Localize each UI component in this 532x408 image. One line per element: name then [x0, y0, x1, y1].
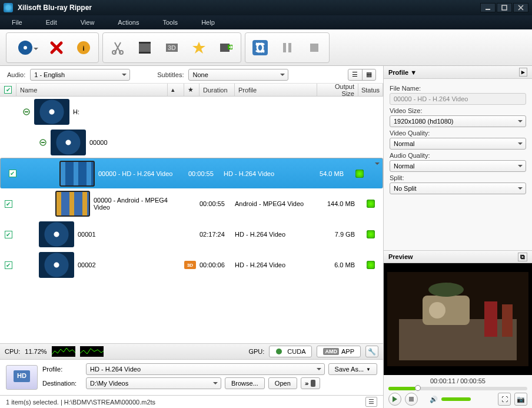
svg-rect-0	[486, 9, 490, 10]
minimize-button[interactable]	[480, 3, 496, 12]
col-profile[interactable]: Profile	[235, 84, 317, 96]
browse-button[interactable]: Browse...	[225, 377, 265, 389]
destination-label: Destination:	[42, 380, 82, 387]
pause-button[interactable]	[275, 35, 300, 60]
destination-bar: HD Profile: HD - H.264 Video Save As...▼…	[0, 360, 383, 395]
info-button[interactable]: i	[71, 35, 96, 60]
close-button[interactable]	[513, 3, 528, 12]
audio-select[interactable]: 1 - English	[30, 69, 130, 81]
svg-rect-1	[502, 5, 507, 10]
profile-expand-button[interactable]: ▸	[519, 68, 527, 77]
tree-toggle-icon[interactable]	[22, 108, 31, 116]
view-mode-toggle[interactable]: ☰ ▦	[348, 69, 376, 81]
table-row[interactable]: 00000 - Android - MPEG4 Video00:00:55And…	[0, 188, 383, 219]
delete-button[interactable]	[44, 35, 69, 60]
row-name: H:	[73, 108, 79, 115]
audio-quality-select[interactable]: Normal	[390, 160, 526, 172]
video-quality-select[interactable]: Normal	[390, 138, 526, 150]
svg-rect-15	[252, 40, 268, 55]
fullscreen-button[interactable]: ⛶	[498, 393, 511, 406]
svg-text:HD: HD	[17, 372, 26, 379]
table-row[interactable]: 00000	[0, 127, 383, 158]
video-size-select[interactable]: 1920x1080 (hd1080)	[390, 115, 526, 127]
menu-actions[interactable]: Actions	[118, 19, 139, 26]
menu-help[interactable]: Help	[201, 19, 215, 26]
col-star-icon[interactable]: ★	[184, 84, 200, 96]
svg-rect-22	[41, 142, 45, 143]
col-name[interactable]: Name	[16, 84, 168, 96]
snapshot-button[interactable]: 📷	[514, 393, 527, 406]
gpu-amd-button[interactable]: AMDAPP	[317, 346, 361, 357]
save-as-button[interactable]: Save As...▼	[328, 363, 377, 375]
subtitles-select[interactable]: None	[188, 69, 288, 81]
volume-slider[interactable]	[441, 397, 471, 401]
svg-rect-36	[409, 397, 414, 402]
audio-quality-label: Audio Quality:	[390, 152, 526, 159]
split-select[interactable]: No Split	[390, 183, 526, 194]
list-view-icon[interactable]: ☰	[348, 69, 363, 80]
row-profile	[235, 127, 317, 158]
volume-icon[interactable]: 🔊	[430, 396, 438, 403]
grid-view-icon[interactable]: ▦	[363, 69, 376, 80]
open-button[interactable]: Open	[268, 377, 297, 389]
row-output-size	[317, 97, 358, 127]
profile-dropdown-icon[interactable]: ▼	[410, 69, 417, 76]
col-status[interactable]: Status	[358, 84, 383, 96]
row-checkbox[interactable]	[9, 170, 16, 177]
select-all-checkbox[interactable]	[4, 86, 12, 94]
menu-tools[interactable]: Tools	[162, 19, 178, 26]
svg-point-6	[112, 51, 116, 54]
menu-view[interactable]: View	[81, 19, 95, 26]
file-name-input[interactable]	[390, 93, 526, 105]
row-checkbox[interactable]	[5, 200, 12, 208]
col-output-size[interactable]: Output Size	[317, 84, 358, 96]
status-ready-icon	[355, 170, 364, 178]
table-row[interactable]: 0000102:17:24HD - H.264 Video7.9 GB	[0, 219, 383, 250]
stop-preview-button[interactable]	[405, 393, 418, 406]
play-button[interactable]	[388, 393, 401, 406]
convert-button[interactable]	[248, 35, 272, 60]
3d-button[interactable]: 3D	[159, 35, 184, 60]
row-checkbox[interactable]	[5, 261, 12, 269]
table-row[interactable]: H:	[0, 97, 383, 127]
menu-file[interactable]: File	[12, 19, 22, 26]
file-name-label: File Name:	[390, 85, 526, 92]
merge-button[interactable]	[214, 35, 238, 60]
table-row[interactable]: 00000 - HD - H.264 Video00:00:55HD - H.2…	[0, 158, 383, 188]
svg-point-7	[119, 51, 123, 54]
gpu-cuda-button[interactable]: CUDA	[269, 346, 312, 357]
transfer-device-button[interactable]: ›››	[301, 377, 320, 389]
cut-button[interactable]	[105, 35, 130, 60]
col-sort-icon[interactable]: ▴	[168, 84, 184, 96]
menu-edit[interactable]: Edit	[46, 19, 57, 26]
favorite-button[interactable]	[187, 35, 211, 60]
svg-point-35	[428, 283, 464, 297]
svg-rect-16	[283, 43, 286, 52]
destination-select[interactable]: D:\My Videos	[86, 377, 221, 389]
row-thumb-icon	[39, 221, 74, 247]
preview-timeline[interactable]	[388, 387, 527, 390]
row-duration: 00:00:55	[200, 188, 235, 219]
tree-toggle-icon[interactable]	[39, 138, 47, 147]
profile-select[interactable]: HD - H.264 Video	[86, 363, 325, 375]
effects-button[interactable]	[132, 35, 157, 60]
video-size-label: Video Size:	[390, 107, 526, 114]
table-row[interactable]: 000023D00:00:06HD - H.264 Video6.0 MB	[0, 250, 383, 280]
row-duration	[200, 97, 235, 127]
col-duration[interactable]: Duration	[200, 84, 235, 96]
row-duration: 00:00:55	[188, 158, 224, 188]
maximize-button[interactable]	[497, 3, 512, 12]
cpu-gpu-bar: CPU: 11.72% GPU: CUDA AMDAPP 🔧	[0, 343, 383, 360]
gpu-settings-button[interactable]: 🔧	[365, 346, 378, 357]
row-checkbox[interactable]	[5, 231, 12, 238]
preview-detach-button[interactable]: ⧉	[518, 253, 527, 261]
stop-button[interactable]	[302, 35, 327, 60]
history-icon[interactable]: ☰	[365, 397, 377, 407]
app-logo-icon	[4, 3, 13, 12]
row-name: 00000 - Android - MPEG4 Video	[94, 197, 184, 211]
svg-point-25	[276, 349, 282, 354]
menubar: File Edit View Actions Tools Help	[0, 15, 532, 29]
audio-label: Audio:	[7, 71, 25, 78]
add-disc-button[interactable]	[9, 35, 42, 60]
table-body: H:0000000000 - HD - H.264 Video00:00:55H…	[0, 97, 383, 343]
